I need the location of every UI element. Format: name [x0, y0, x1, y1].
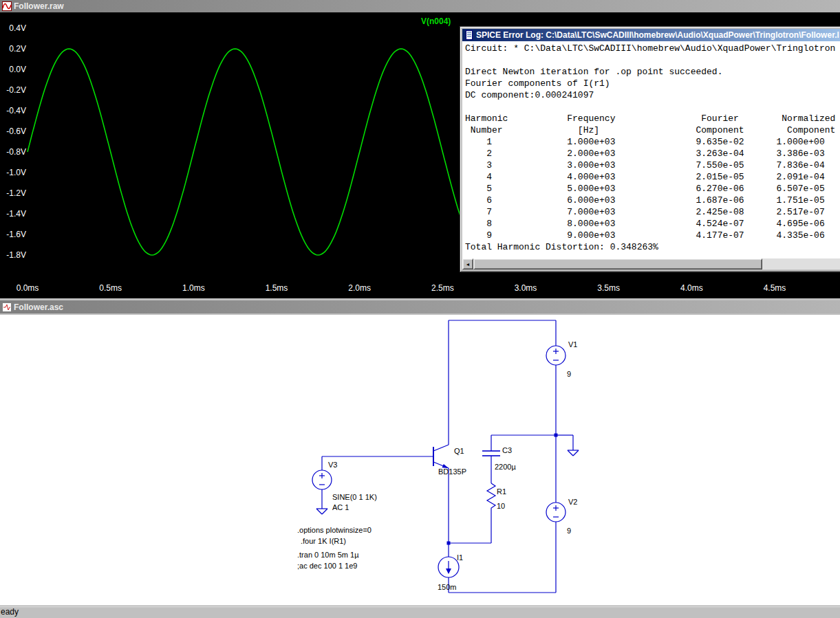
- scroll-left-button[interactable]: ◄: [462, 258, 473, 269]
- y-axis-tick-label[interactable]: -1.2V: [0, 188, 26, 198]
- waveform-window-titlebar[interactable]: Follower.raw: [0, 0, 840, 12]
- y-axis-tick-label[interactable]: -1.4V: [0, 209, 26, 219]
- waveform-window-title: Follower.raw: [14, 1, 838, 11]
- component-value-label[interactable]: SINE(0 1 1K): [332, 493, 377, 501]
- error-log-line: Number [Hz] Component Component: [465, 124, 840, 136]
- error-log-line: Direct Newton iteration for .op point su…: [465, 66, 840, 78]
- error-log-window-title: SPICE Error Log: C:\Data\LTC\SwCADIII\ho…: [476, 30, 840, 40]
- spice-directive[interactable]: .options plotwinsize=0: [297, 526, 371, 534]
- error-log-line: Fourier components of I(r1): [465, 78, 840, 89]
- wire-junction: [447, 542, 451, 545]
- wire-junction: [554, 434, 558, 437]
- component-GND2[interactable]: [568, 450, 579, 456]
- spice-directive[interactable]: ;ac dec 100 1 1e9: [297, 562, 357, 570]
- status-bar: eady: [0, 606, 840, 618]
- error-log-line: 7 7.000e+03 2.425e-08 2.517e-07: [465, 206, 840, 218]
- scrollbar-thumb[interactable]: [473, 258, 762, 269]
- component-value-label[interactable]: 10: [497, 502, 505, 510]
- error-log-line: 3 3.000e+03 7.550e-05 7.836e-04: [465, 159, 840, 171]
- error-log-line: Circuit: * C:\Data\LTC\SwCADIII\homebrew…: [465, 43, 840, 54]
- y-axis-tick-label[interactable]: -0.8V: [0, 147, 26, 157]
- component-name-label[interactable]: V1: [568, 340, 577, 349]
- component-value-label[interactable]: 150m: [438, 583, 457, 591]
- x-axis-tick-label[interactable]: 2.5ms: [427, 283, 457, 293]
- error-log-line: 8 8.000e+03 4.524e-07 4.695e-06: [465, 218, 840, 230]
- x-axis-tick-label[interactable]: 1.5ms: [261, 283, 292, 293]
- left-arrow-icon: ◄: [466, 262, 471, 267]
- x-axis-tick-label[interactable]: 0.5ms: [96, 283, 126, 293]
- component-value-label[interactable]: 2200µ: [495, 463, 516, 471]
- error-log-line: 2 2.000e+03 3.263e-04 3.386e-03: [465, 148, 840, 159]
- waveform-window-icon: [2, 1, 12, 11]
- component-V1[interactable]: V19: [546, 340, 577, 378]
- y-axis-tick-label[interactable]: 0.2V: [0, 44, 26, 54]
- scrollbar-track[interactable]: [762, 258, 840, 269]
- y-axis-tick-label[interactable]: -0.4V: [0, 106, 26, 115]
- error-log-line: [465, 101, 840, 113]
- error-log-line: Harmonic Frequency Fourier Normalized: [465, 113, 840, 124]
- x-axis-tick-label[interactable]: 4.0ms: [676, 283, 707, 293]
- component-Q1[interactable]: Q1BD135P: [433, 445, 466, 476]
- y-axis-tick-label[interactable]: -0.2V: [0, 85, 26, 95]
- status-text: eady: [1, 607, 19, 617]
- component-value-label[interactable]: 9: [567, 370, 571, 378]
- trace-name-label[interactable]: V(n004): [421, 16, 451, 26]
- component-value-label[interactable]: AC 1: [332, 503, 349, 511]
- error-log-line: 6 6.000e+03 1.687e-06 1.751e-05: [465, 195, 840, 206]
- component-C3[interactable]: C32200µ: [482, 446, 516, 471]
- x-axis-tick-label[interactable]: 1.0ms: [178, 283, 208, 293]
- error-log-line: 4 4.000e+03 2.015e-05 2.091e-04: [465, 171, 840, 183]
- schematic-window: Follower.asc V19V29V3SINE(0 1 1K)AC 1I11…: [0, 298, 840, 606]
- error-log-line: 9 9.000e+03 4.177e-07 4.335e-06: [465, 230, 840, 241]
- y-axis-tick-label[interactable]: -1.6V: [0, 230, 26, 239]
- component-V2[interactable]: V29: [546, 498, 577, 535]
- component-name-label[interactable]: Q1: [454, 447, 464, 455]
- error-log-line: DC component:0.000241097: [465, 89, 840, 101]
- error-log-titlebar[interactable]: SPICE Error Log: C:\Data\LTC\SwCADIII\ho…: [462, 29, 840, 41]
- component-value-label[interactable]: BD135P: [438, 467, 466, 476]
- y-axis-tick-label[interactable]: -1.8V: [0, 250, 26, 260]
- component-R1[interactable]: R110: [487, 483, 506, 511]
- x-axis-tick-label[interactable]: 4.5ms: [760, 283, 790, 293]
- error-log-line: [465, 54, 840, 66]
- y-axis-tick-label[interactable]: -0.6V: [0, 126, 26, 136]
- error-log-window-icon: [464, 30, 474, 40]
- schematic-canvas[interactable]: V19V29V3SINE(0 1 1K)AC 1I1150mQ1BD135PC3…: [0, 315, 840, 606]
- y-axis-tick-label[interactable]: 0.0V: [0, 65, 26, 74]
- x-axis-tick-label[interactable]: 3.0ms: [510, 283, 541, 293]
- x-axis-tick-label[interactable]: 3.5ms: [594, 283, 624, 293]
- component-I1[interactable]: I1150m: [438, 553, 463, 591]
- schematic-window-title: Follower.asc: [14, 302, 838, 312]
- x-axis-tick-label[interactable]: 0.0ms: [12, 283, 43, 293]
- component-name-label[interactable]: R1: [497, 487, 506, 496]
- y-axis-tick-label[interactable]: -1.0V: [0, 168, 26, 177]
- error-log-horizontal-scrollbar: ◄ ►: [462, 258, 840, 269]
- component-name-label[interactable]: I1: [457, 553, 463, 562]
- error-log-line: 5 5.000e+03 6.270e-06 6.507e-05: [465, 183, 840, 195]
- component-name-label[interactable]: C3: [502, 446, 512, 454]
- spice-directive[interactable]: .four 1K I(R1): [301, 537, 346, 545]
- component-value-label[interactable]: 9: [567, 527, 571, 535]
- component-name-label[interactable]: V3: [328, 461, 337, 469]
- component-name-label[interactable]: V2: [568, 498, 577, 506]
- error-log-content: Circuit: * C:\Data\LTC\SwCADIII\homebrew…: [462, 41, 840, 258]
- error-log-line: Total Harmonic Distortion: 0.348263%: [465, 241, 840, 253]
- error-log-line: 1 1.000e+03 9.635e-02 1.000e+00: [465, 136, 840, 148]
- spice-directive[interactable]: .tran 0 10m 5m 1µ: [297, 551, 359, 559]
- schematic-window-titlebar[interactable]: Follower.asc: [0, 300, 840, 313]
- component-GND1[interactable]: [316, 509, 327, 514]
- spice-error-log-window: SPICE Error Log: C:\Data\LTC\SwCADIII\ho…: [460, 26, 840, 272]
- y-axis-tick-label[interactable]: 0.4V: [0, 23, 26, 33]
- schematic-drawing: V19V29V3SINE(0 1 1K)AC 1I1150mQ1BD135PC3…: [0, 315, 840, 606]
- schematic-window-icon: [2, 302, 12, 312]
- x-axis-tick-label[interactable]: 2.0ms: [345, 283, 375, 293]
